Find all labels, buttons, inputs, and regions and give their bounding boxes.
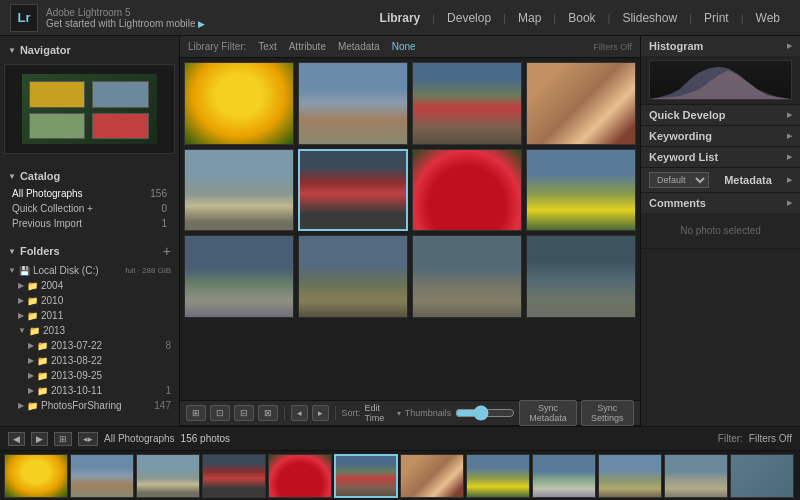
histogram-svg — [650, 61, 791, 99]
keyword-list-header[interactable]: Keyword List ▶ — [641, 147, 800, 167]
film-thumb-8[interactable] — [466, 454, 530, 498]
sort-value[interactable]: Edit Time — [365, 403, 393, 423]
thumbnail-size-slider[interactable] — [455, 405, 515, 421]
app-subtitle: Get started with Lightroom mobile ▶ — [46, 18, 370, 29]
comments-header[interactable]: Comments ▶ — [641, 193, 800, 213]
film-thumb-5[interactable] — [268, 454, 332, 498]
folder-2013-icon: 📁 — [29, 326, 40, 336]
folder-2013-10-11[interactable]: ▶ 📁 2013-10-11 1 — [0, 383, 179, 398]
nav-sep-2: | — [503, 12, 506, 24]
sync-meta-btn[interactable]: Sync Metadata — [519, 400, 576, 426]
film-thumb-10[interactable] — [598, 454, 662, 498]
collections-add-btn[interactable]: + — [163, 425, 171, 426]
folder-photos-sharing[interactable]: ▶ 📁 PhotosForSharing 147 — [0, 398, 179, 413]
compare-view-btn[interactable]: ⊟ — [234, 405, 254, 421]
photo-cell-1[interactable] — [184, 62, 294, 145]
catalog-quick-collection[interactable]: Quick Collection + 0 — [0, 201, 179, 216]
filters-off-label[interactable]: Filters Off — [593, 42, 632, 52]
loupe-view-btn[interactable]: ⊡ — [210, 405, 230, 421]
folders-add-btn[interactable]: + — [163, 243, 171, 259]
folder-2011-icon: 📁 — [27, 311, 38, 321]
filter-text[interactable]: Text — [258, 41, 276, 52]
photo-cell-10[interactable] — [298, 235, 408, 318]
photo-cell-2[interactable] — [298, 62, 408, 145]
keywording-header[interactable]: Keywording ▶ — [641, 126, 800, 146]
collections-header[interactable]: ▼ Collections + — [0, 421, 179, 426]
grid-view-btn[interactable]: ⊞ — [186, 405, 206, 421]
folder-2013-10-arrow: ▶ — [28, 386, 34, 395]
photo-cell-9[interactable] — [184, 235, 294, 318]
folder-2011[interactable]: ▶ 📁 2011 — [0, 308, 179, 323]
nav-library[interactable]: Library — [370, 7, 431, 29]
folder-local-disk[interactable]: ▼ 💾 Local Disk (C:) full · 288 GiB — [0, 263, 179, 278]
catalog-triangle: ▼ — [8, 172, 16, 181]
nav-web[interactable]: Web — [746, 7, 790, 29]
sync-settings-btn[interactable]: Sync Settings — [581, 400, 634, 426]
main-layout: ▼ Navigator ▼ Catalog — [0, 36, 800, 426]
survey-view-btn[interactable]: ⊠ — [258, 405, 278, 421]
keywording-section: Keywording ▶ — [641, 126, 800, 147]
folder-2013-08-22[interactable]: ▶ 📁 2013-08-22 — [0, 353, 179, 368]
photo-cell-4[interactable] — [526, 62, 636, 145]
metadata-preset-select[interactable]: Default — [649, 172, 709, 188]
folder-sharing-arrow: ▶ — [18, 401, 24, 410]
folder-2013[interactable]: ▼ 📁 2013 — [0, 323, 179, 338]
film-thumb-11[interactable] — [664, 454, 728, 498]
histogram-title: Histogram — [649, 40, 703, 52]
histogram-section: Histogram ▶ — [641, 36, 800, 105]
sort-arrow[interactable]: ▾ — [397, 409, 401, 418]
photo-cell-7[interactable] — [412, 149, 522, 232]
folder-2004-arrow: ▶ — [18, 281, 24, 290]
filter-attribute[interactable]: Attribute — [289, 41, 326, 52]
histogram-header[interactable]: Histogram ▶ — [641, 36, 800, 56]
nav-map[interactable]: Map — [508, 7, 551, 29]
film-thumb-3[interactable] — [136, 454, 200, 498]
nav-forward-btn[interactable]: ▶ — [31, 432, 48, 446]
folder-2013-07-count: 8 — [165, 340, 171, 351]
thumbnails-label: Thumbnails — [405, 408, 452, 418]
nav-back-btn[interactable]: ◀ — [8, 432, 25, 446]
toolbar-btn-prev[interactable]: ◂ — [291, 405, 308, 421]
nav-grid-btn[interactable]: ⊞ — [54, 432, 72, 446]
folders-header[interactable]: ▼ Folders + — [0, 239, 179, 263]
toolbar-btn-next[interactable]: ▸ — [312, 405, 329, 421]
quick-develop-header[interactable]: Quick Develop ▶ — [641, 105, 800, 125]
folder-2013-10-label: 2013-10-11 — [51, 385, 165, 396]
metadata-header[interactable]: Default Metadata ▶ — [641, 168, 800, 192]
filter-metadata[interactable]: Metadata — [338, 41, 380, 52]
folder-2013-07-22[interactable]: ▶ 📁 2013-07-22 8 — [0, 338, 179, 353]
film-thumb-9[interactable] — [532, 454, 596, 498]
folder-2010[interactable]: ▶ 📁 2010 — [0, 293, 179, 308]
filter-value[interactable]: Filters Off — [749, 433, 792, 444]
photo-cell-11[interactable] — [412, 235, 522, 318]
catalog-header[interactable]: ▼ Catalog — [0, 166, 179, 186]
navigator-header[interactable]: ▼ Navigator — [0, 40, 179, 60]
photo-cell-3[interactable] — [412, 62, 522, 145]
nav-sort-btn[interactable]: ◂▸ — [78, 432, 98, 446]
photo-cell-8[interactable] — [526, 149, 636, 232]
film-thumb-12[interactable] — [730, 454, 794, 498]
film-thumb-2[interactable] — [70, 454, 134, 498]
film-thumb-1[interactable] — [4, 454, 68, 498]
folder-2004[interactable]: ▶ 📁 2004 — [0, 278, 179, 293]
catalog-title: Catalog — [20, 170, 171, 182]
film-thumb-4[interactable] — [202, 454, 266, 498]
photo-cell-6[interactable] — [298, 149, 408, 232]
nav-thumb-2 — [92, 81, 149, 108]
subtitle-arrow: ▶ — [198, 19, 205, 29]
film-thumb-6[interactable] — [334, 454, 398, 498]
nav-sep-6: | — [741, 12, 744, 24]
navigator-section: ▼ Navigator — [0, 36, 179, 162]
nav-book[interactable]: Book — [558, 7, 605, 29]
photo-cell-5[interactable] — [184, 149, 294, 232]
nav-print[interactable]: Print — [694, 7, 739, 29]
filter-none[interactable]: None — [392, 41, 416, 52]
folder-2013-09-25[interactable]: ▶ 📁 2013-09-25 — [0, 368, 179, 383]
photo-cell-12[interactable] — [526, 235, 636, 318]
nav-develop[interactable]: Develop — [437, 7, 501, 29]
nav-slideshow[interactable]: Slideshow — [612, 7, 687, 29]
catalog-all-photos[interactable]: All Photographs 156 — [0, 186, 179, 201]
film-thumb-7[interactable] — [400, 454, 464, 498]
lr-logo: Lr — [10, 4, 38, 32]
catalog-prev-import[interactable]: Previous Import 1 — [0, 216, 179, 231]
